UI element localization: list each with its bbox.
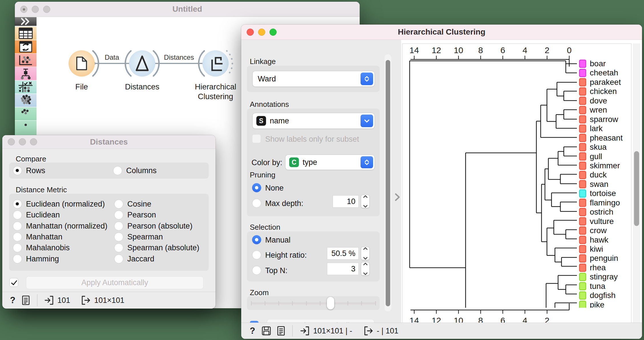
hc-titlebar[interactable]: Hierarchical Clustering [241,25,642,40]
linkage-combobox[interactable]: Ward [253,71,375,87]
toolbox-expand-button[interactable] [15,17,37,26]
dendrogram-leaf-kiwi[interactable]: kiwi [579,245,603,253]
dendrogram-leaf-lark[interactable]: lark [579,124,603,133]
zoom-button[interactable] [43,6,50,13]
dendrogram-leaf-duck[interactable]: duck [579,170,607,179]
svg-text:parakeet: parakeet [590,78,621,87]
slider-thumb[interactable] [327,297,334,309]
dendrogram-leaf-gull[interactable]: gull [579,152,602,161]
dendrogram-plot[interactable]: boarcheetahparakeetchickendovewrensparro… [402,43,631,338]
toolbox-transform-button[interactable] [15,40,37,54]
close-button[interactable] [20,6,27,13]
close-button[interactable] [247,29,254,36]
dendrogram-leaf-pheasant[interactable]: pheasant [579,133,623,142]
output-summary-icon [81,295,91,305]
dendrogram-leaf-tuna[interactable]: tuna [579,282,605,291]
dendrogram-leaf-skimmer[interactable]: skimmer [579,161,620,170]
svg-text:2: 2 [545,45,550,55]
dendrogram-leaf-wren[interactable]: wren [579,105,607,114]
height-ratio-input[interactable]: 50.5 % [327,247,359,260]
report-icon[interactable] [22,295,30,305]
metric-euclidean-normalized--label: Euclidean (normalized) [26,200,105,209]
help-icon[interactable]: ? [250,326,255,336]
annotation-combobox[interactable]: S name [253,113,375,129]
metric-jaccard-radio[interactable] [114,254,123,263]
dendrogram-leaf-parakeet[interactable]: parakeet [579,78,621,87]
dendrogram-leaf-penguin[interactable]: penguin [579,254,618,263]
toolbox-data-button[interactable] [15,27,37,40]
svg-text:penguin: penguin [590,254,618,263]
top-n-stepper[interactable] [361,262,369,275]
splitter-chevron-icon[interactable] [393,191,402,203]
dendrogram-leaf-hawk[interactable]: hawk [579,235,609,244]
slider-tick [375,301,376,305]
save-icon[interactable] [261,326,271,336]
zoom-button[interactable] [30,138,37,145]
close-button[interactable] [8,138,15,145]
dot-icon [15,123,37,136]
dendrogram-leaf-flamingo[interactable]: flamingo [579,198,620,207]
pruning-none-radio[interactable] [252,183,261,192]
dendrogram-leaf-rhea[interactable]: rhea [579,263,606,272]
dendrogram-leaf-ostrich[interactable]: ostrich [579,207,613,216]
metric-spearman-radio[interactable] [114,232,123,241]
slider-tick [251,301,252,305]
help-icon[interactable]: ? [10,295,15,305]
color-by-combobox[interactable]: C type [285,155,375,170]
max-depth-input[interactable]: 10 [333,195,359,208]
metric-hamming-radio[interactable] [13,254,22,263]
dendrogram-leaf-tortoise[interactable]: tortoise [579,189,616,198]
toolbox-visualize-button[interactable] [15,54,37,67]
metric-euclidean-normalized--radio[interactable] [13,199,22,209]
apply-automatically-button[interactable]: Apply Automatically [26,276,204,289]
metric-manhattan-radio[interactable] [13,232,22,241]
top-n-radio[interactable] [252,266,261,275]
plot-scrollbar-thumb[interactable] [634,151,639,226]
slider-track[interactable] [251,302,375,304]
dendrogram-leaf-cheetah[interactable]: cheetah [579,68,618,77]
metric-cosine-radio[interactable] [114,199,123,209]
manual-radio[interactable] [252,235,261,244]
metric-mahalanobis-radio[interactable] [13,243,22,252]
dendrogram-leaf-skua[interactable]: skua [579,143,607,151]
max-depth-label: Max depth: [265,199,303,208]
minimize-button[interactable] [19,138,26,145]
dendrogram-leaf-sparrow[interactable]: sparrow [579,115,618,124]
dendrogram-leaf-boar[interactable]: boar [579,59,606,68]
dendrogram-leaf-crow[interactable]: crow [579,226,607,235]
max-depth-stepper[interactable] [361,195,369,208]
toolbox-model-button[interactable] [15,67,37,81]
untitled-titlebar[interactable]: Untitled [15,2,360,17]
dendrogram-leaf-dogfish[interactable]: dogfish [579,291,615,300]
dendrogram-leaf-swan[interactable]: swan [579,180,608,189]
minimize-button[interactable] [258,29,265,36]
compare-rows-radio[interactable] [13,166,22,175]
height-ratio-stepper[interactable] [361,247,369,260]
toolbox-unsupervised-button[interactable] [15,94,37,107]
metric-spearman-absolute--radio[interactable] [114,243,123,252]
compare-section-label: Compare [16,155,46,163]
minimize-button[interactable] [32,6,39,13]
apply-automatically-checkbox[interactable] [9,278,18,287]
toolbox-evaluate-button[interactable] [15,81,37,94]
compare-columns-radio[interactable] [113,166,122,175]
panel-scrollbar-thumb[interactable] [386,60,390,306]
input-summary: 101×101 | - [313,327,352,335]
max-depth-radio[interactable] [252,199,261,208]
metric-manhattan-label: Manhattan [26,233,63,241]
zoom-button[interactable] [269,29,277,36]
zoom-slider[interactable] [251,296,375,310]
dendrogram-leaf-vulture[interactable]: vulture [579,217,614,226]
top-n-input[interactable]: 3 [327,263,359,275]
height-ratio-radio[interactable] [252,250,261,259]
report-icon[interactable] [277,326,285,336]
dendrogram-leaf-chicken[interactable]: chicken [579,87,617,96]
metric-manhattan-normalized--radio[interactable] [13,221,22,231]
metric-pearson-absolute--radio[interactable] [114,221,123,231]
distances-titlebar[interactable]: Distances [2,135,216,149]
dendrogram-leaf-stingray[interactable]: stingray [579,272,618,281]
show-labels-subset-checkbox[interactable] [252,134,261,143]
toolbox-extra-button[interactable] [15,107,37,121]
dendrogram-leaf-dove[interactable]: dove [579,96,607,105]
manual-label: Manual [265,236,291,245]
